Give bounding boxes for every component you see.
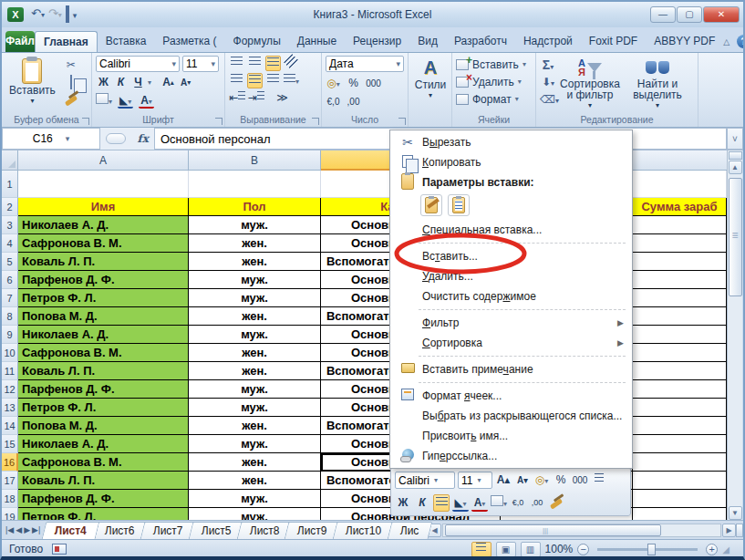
- menu-item-гиперссылка[interactable]: Гиперссылка...: [391, 446, 631, 466]
- cell-A9[interactable]: Николаев А. Д.: [18, 326, 189, 344]
- menu-item-сортировка[interactable]: Сортировка▶: [391, 333, 631, 353]
- row-header-2[interactable]: 2: [2, 198, 18, 216]
- align-center-button[interactable]: [247, 73, 263, 88]
- mini-font-size-select[interactable]: 11▾: [458, 472, 492, 489]
- ribbon-tab-1[interactable]: Главная: [35, 31, 98, 52]
- cell-A17[interactable]: Коваль Л. П.: [18, 472, 189, 490]
- resize-grip[interactable]: ◢: [722, 544, 730, 555]
- sheet-tab-лист5[interactable]: Лист5: [189, 522, 244, 539]
- cell-A6[interactable]: Парфенов Д. Ф.: [18, 271, 189, 289]
- cell-A5[interactable]: Коваль Л. П.: [18, 253, 189, 271]
- cell-B2[interactable]: Пол: [189, 198, 321, 216]
- cell-B7[interactable]: муж.: [189, 289, 321, 307]
- cell-E7[interactable]: [633, 289, 727, 307]
- column-header-b[interactable]: B: [189, 150, 321, 171]
- mini-font-family-select[interactable]: Calibri▾: [395, 472, 455, 489]
- row-header-5[interactable]: 5: [2, 253, 18, 271]
- help-icon[interactable]: ?: [737, 35, 745, 48]
- split-handle[interactable]: [729, 151, 742, 160]
- next-sheet-icon[interactable]: ▶: [24, 525, 30, 534]
- cell-A14[interactable]: Попова М. Д.: [18, 417, 189, 435]
- cell-E8[interactable]: [633, 307, 727, 326]
- zoom-out-button[interactable]: −: [577, 544, 589, 555]
- menu-item-форматячеек[interactable]: Формат ячеек...: [391, 386, 631, 406]
- font-size-select[interactable]: 11▾: [182, 56, 219, 72]
- alignment-dialog-launcher[interactable]: [312, 118, 319, 125]
- row-header-12[interactable]: 12: [2, 380, 18, 399]
- zoom-knob[interactable]: [647, 544, 656, 555]
- format-painter-button[interactable]: [63, 92, 79, 107]
- close-button[interactable]: ✕: [703, 6, 740, 23]
- row-header-18[interactable]: 18: [2, 490, 18, 508]
- cell-E12[interactable]: [633, 380, 727, 399]
- menu-item-вставить[interactable]: Вставить...: [391, 246, 631, 266]
- macro-record-icon[interactable]: [52, 544, 67, 555]
- mini-currency-button[interactable]: ◎▾: [533, 472, 550, 489]
- vertical-scrollbar[interactable]: ▲ ▼: [727, 150, 742, 520]
- cell-B13[interactable]: муж.: [189, 399, 321, 417]
- cell-E18[interactable]: [633, 490, 727, 508]
- mini-borders-button[interactable]: ▾: [491, 494, 507, 512]
- font-family-select[interactable]: Calibri▾: [96, 56, 180, 72]
- file-tab[interactable]: Файл: [5, 31, 35, 52]
- font-dialog-launcher[interactable]: [215, 118, 222, 125]
- cell-A1[interactable]: [18, 171, 189, 198]
- hsplit-handle[interactable]: [736, 524, 743, 537]
- ribbon-tab-5[interactable]: Данные: [289, 31, 345, 52]
- orientation-button[interactable]: [284, 56, 299, 71]
- sort-filter-button[interactable]: АЯ Сортировка и фильтр▾: [556, 56, 624, 113]
- zoom-in-button[interactable]: +: [706, 544, 718, 555]
- cell-E13[interactable]: [633, 399, 727, 417]
- paste-button[interactable]: Вставить▾: [5, 56, 59, 107]
- italic-button[interactable]: К: [113, 75, 129, 90]
- mini-align-center-button[interactable]: [433, 494, 450, 512]
- borders-button[interactable]: ▾: [96, 93, 112, 109]
- menu-item-копировать[interactable]: Копировать: [391, 152, 631, 172]
- delete-cells-button[interactable]: Удалить▾: [456, 73, 533, 90]
- align-top-button[interactable]: [229, 56, 244, 71]
- page-break-view-button[interactable]: ▥: [521, 542, 541, 557]
- cell-E1[interactable]: [633, 171, 727, 198]
- mini-merge-button[interactable]: [591, 472, 607, 489]
- menu-item-удалить[interactable]: Удалить...: [391, 266, 631, 286]
- row-header-15[interactable]: 15: [2, 435, 18, 453]
- formula-options-button[interactable]: [106, 133, 126, 144]
- ribbon-tab-10[interactable]: Foxit PDF: [581, 31, 646, 52]
- mini-bold-button[interactable]: Ж: [395, 494, 411, 512]
- mini-decrease-font-button[interactable]: А▾: [514, 472, 531, 489]
- vertical-scroll-thumb[interactable]: [729, 178, 742, 296]
- mini-format-painter-button[interactable]: [548, 494, 564, 512]
- font-color-button[interactable]: А▾: [139, 93, 154, 109]
- ribbon-tab-4[interactable]: Формулы: [225, 31, 289, 52]
- page-layout-view-button[interactable]: ▣: [496, 542, 516, 557]
- wrap-text-button[interactable]: ≫: [274, 90, 290, 106]
- cell-A18[interactable]: Парфенов Д. Ф.: [18, 490, 189, 508]
- cell-B12[interactable]: муж.: [189, 380, 321, 399]
- mini-font-color-button[interactable]: А▾: [471, 494, 488, 512]
- cell-B3[interactable]: муж.: [189, 216, 321, 234]
- cell-B16[interactable]: жен.: [189, 453, 321, 472]
- row-header-10[interactable]: 10: [2, 344, 18, 362]
- cell-A2[interactable]: Имя: [18, 198, 189, 216]
- align-middle-button[interactable]: [247, 56, 263, 71]
- number-dialog-launcher[interactable]: [398, 118, 406, 125]
- number-format-select[interactable]: Дата▾: [326, 56, 404, 72]
- bold-button[interactable]: Ж: [96, 75, 111, 90]
- increase-indent-button[interactable]: ⇥: [248, 90, 264, 106]
- expand-formula-bar-button[interactable]: ˅: [727, 128, 743, 150]
- increase-font-button[interactable]: А▴: [160, 75, 176, 90]
- cell-E3[interactable]: [633, 216, 727, 234]
- cell-E9[interactable]: [633, 326, 727, 344]
- cell-A4[interactable]: Сафронова В. М.: [18, 234, 189, 253]
- row-header-9[interactable]: 9: [2, 326, 18, 344]
- cell-A12[interactable]: Парфенов Д. Ф.: [18, 380, 189, 399]
- mini-increase-decimal-button[interactable]: €,0: [510, 494, 526, 512]
- minimize-button[interactable]: —: [650, 6, 676, 23]
- find-select-button[interactable]: Найти и выделить▾: [624, 56, 691, 113]
- align-bottom-button[interactable]: [265, 56, 281, 71]
- prev-sheet-icon[interactable]: ◀: [16, 525, 22, 534]
- clipboard-dialog-launcher[interactable]: [82, 118, 89, 125]
- menu-item-вставитьпримечание[interactable]: Вставить примечание: [391, 359, 631, 379]
- zoom-level[interactable]: 100%: [545, 543, 574, 555]
- restore-button[interactable]: ▢: [677, 6, 702, 23]
